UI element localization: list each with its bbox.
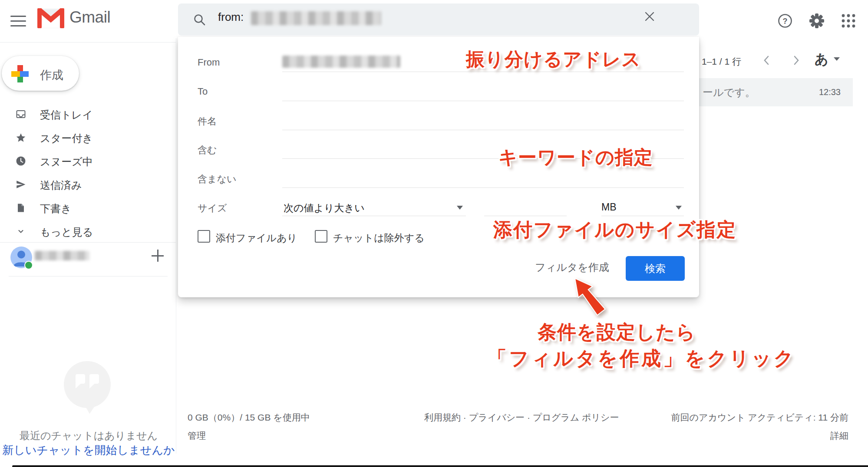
gmail-app: Gmail from: ? xyxy=(0,0,868,467)
has-attachment-label: 添付ファイルあり xyxy=(216,231,297,245)
chat-empty-message: 最近のチャットはありません xyxy=(0,429,177,443)
search-button[interactable]: 検索 xyxy=(626,256,685,281)
hangouts-icon xyxy=(64,361,111,408)
chevron-right-icon[interactable] xyxy=(791,55,801,66)
redacted-from-value xyxy=(282,56,400,68)
sidebar-divider xyxy=(176,38,176,454)
excludes-label: 含まない xyxy=(198,173,237,186)
mail-snippet: ールです。 xyxy=(703,78,756,106)
to-label: To xyxy=(198,86,208,97)
create-filter-button[interactable]: フィルタを作成 xyxy=(535,260,609,274)
annotation-attachment-size: 添付ファイルのサイズ指定 xyxy=(493,217,736,243)
sidebar-item-sent[interactable]: 送信済み xyxy=(0,173,174,196)
redacted-account-name xyxy=(35,251,89,260)
chevron-left-icon[interactable] xyxy=(762,55,772,66)
size-operator-dropdown[interactable]: 次の値より大きい xyxy=(284,201,365,215)
size-value-field[interactable] xyxy=(484,216,567,216)
size-label: サイズ xyxy=(198,202,227,215)
details-link[interactable]: 詳細 xyxy=(830,430,848,442)
gmail-logo-icon[interactable] xyxy=(37,8,64,28)
compose-label: 作成 xyxy=(40,67,63,83)
sidebar-item-starred[interactable]: スター付き xyxy=(0,126,174,149)
send-icon xyxy=(16,179,26,190)
sidebar-item-drafts[interactable]: 下書き xyxy=(0,196,174,220)
annotation-keyword: キーワードの指定 xyxy=(498,145,653,170)
mail-list-row[interactable]: ールです。 12:33 xyxy=(699,78,853,106)
close-icon[interactable] xyxy=(644,10,656,24)
sidebar-section-divider xyxy=(0,242,176,243)
hangouts-icon-tail xyxy=(86,405,96,414)
annotation-click-line2: 「フィルタを作成」をクリック xyxy=(487,345,796,372)
window-bottom-edge xyxy=(12,465,868,467)
svg-text:?: ? xyxy=(783,17,788,26)
gear-icon[interactable] xyxy=(809,13,825,29)
size-unit-caret-icon[interactable] xyxy=(676,206,682,210)
mail-time: 12:33 xyxy=(819,78,841,106)
clock-icon xyxy=(16,156,26,166)
annotation-address: 振り分けるアドレス xyxy=(466,47,641,72)
presence-online-dot xyxy=(24,261,33,270)
search-icon[interactable] xyxy=(193,13,207,29)
size-unit-underline[interactable] xyxy=(601,216,684,216)
last-account-activity: 前回のアカウント アクティビティ: 11 分前 xyxy=(671,411,848,424)
hamburger-icon[interactable] xyxy=(10,16,26,27)
redacted-search-query xyxy=(251,11,381,25)
size-unit-dropdown[interactable]: MB xyxy=(601,201,617,213)
size-operator-underline[interactable] xyxy=(282,216,466,216)
pagination-count: 1–1 / 1 行 xyxy=(702,56,741,68)
chat-start-link[interactable]: 新しいチャットを開始しませんか xyxy=(0,443,177,458)
help-icon[interactable]: ? xyxy=(777,13,793,29)
apps-grid-icon[interactable] xyxy=(841,13,856,29)
includes-label: 含む xyxy=(198,144,217,157)
draft-icon xyxy=(16,203,26,213)
gmail-wordmark: Gmail xyxy=(69,8,110,26)
manage-link[interactable]: 管理 xyxy=(188,430,206,442)
storage-usage: 0 GB（0%）/ 15 GB を使用中 xyxy=(188,411,310,424)
header-divider xyxy=(0,42,176,43)
search-input[interactable]: from: xyxy=(218,10,244,24)
annotation-arrow-icon xyxy=(564,277,609,320)
chevron-down-icon xyxy=(16,226,26,237)
input-tool-caret-icon xyxy=(834,57,840,61)
input-tool-selector[interactable]: あ xyxy=(815,50,845,68)
size-operator-caret-icon[interactable] xyxy=(457,206,463,210)
sidebar-item-snoozed[interactable]: スヌーズ中 xyxy=(0,149,174,173)
star-icon xyxy=(16,132,26,143)
account-divider xyxy=(9,276,168,276)
add-contact-plus-icon[interactable] xyxy=(148,246,167,265)
compose-plus-icon xyxy=(11,65,29,82)
inbox-icon xyxy=(16,109,26,119)
exclude-chats-checkbox[interactable] xyxy=(315,230,327,243)
sidebar-item-more[interactable]: もっと見る xyxy=(0,220,174,243)
subject-label: 件名 xyxy=(198,115,217,128)
annotation-click-line1: 条件を設定したら xyxy=(538,319,696,345)
subject-field[interactable] xyxy=(282,130,684,130)
sidebar-item-inbox[interactable]: 受信トレイ xyxy=(0,102,174,126)
to-field[interactable] xyxy=(282,101,684,101)
has-attachment-checkbox[interactable] xyxy=(198,230,210,243)
excludes-field[interactable] xyxy=(282,187,684,188)
input-tool-label: あ xyxy=(815,50,828,69)
exclude-chats-label: チャットは除外する xyxy=(333,231,425,245)
from-label: From xyxy=(198,57,220,68)
policies-links[interactable]: 利用規約 · プライバシー · プログラム ポリシー xyxy=(424,411,619,424)
